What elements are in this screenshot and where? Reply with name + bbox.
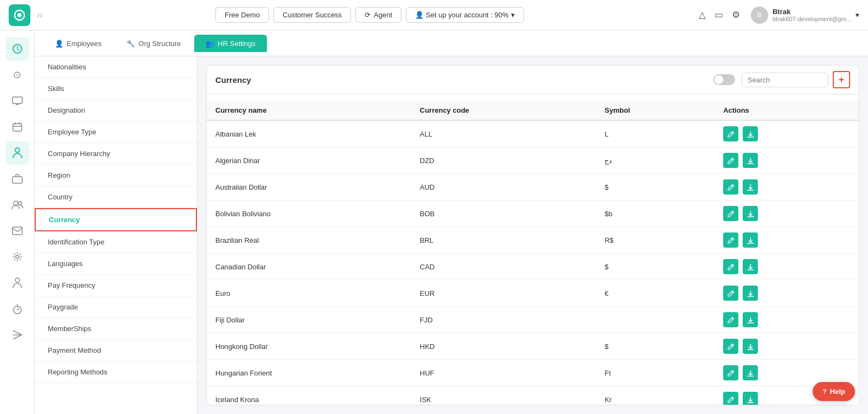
cell-currency-name: Hungarian Forient [207,360,411,386]
tab-org-structure[interactable]: 🔧 Org Structure [115,35,192,52]
cell-currency-code: FJD [411,307,596,333]
cell-symbol [596,307,714,333]
edit-icon[interactable] [723,286,738,301]
left-nav-item-identification-type[interactable]: Identification Type [35,231,197,253]
user-email: btrak607-development@gm... [773,16,851,22]
right-panel: Currency + Currency name Currency code S… [197,56,868,414]
sidebar-item-send[interactable] [5,323,29,347]
sidebar-item-person[interactable] [5,141,29,165]
setup-button[interactable]: 👤 Set up your account : 90% ▾ [406,7,524,23]
edit-icon[interactable] [723,365,738,380]
left-nav-item-languages[interactable]: Languages [35,253,197,275]
settings-icon[interactable]: ⚙ [732,9,740,21]
user-menu[interactable]: B Btrak btrak607-development@gm... ▾ [751,7,859,24]
table-row: Albanian Lek ALL L [207,120,859,147]
table-row: Iceland Krona ISK Kr [207,386,859,405]
agent-button[interactable]: ⟳ Agent [355,7,401,23]
left-nav-item-employee-type[interactable]: Employee Type [35,121,197,143]
panel-title: Currency [215,75,713,85]
logo-button[interactable] [9,4,30,26]
cell-symbol: € [596,280,714,307]
edit-icon[interactable] [723,206,738,221]
customer-success-button[interactable]: Customer Success [273,7,351,23]
left-nav-item-designation[interactable]: Designation [35,100,197,121]
download-icon[interactable] [743,126,758,141]
left-nav-item-skills[interactable]: Skills [35,78,197,100]
left-nav-item-currency[interactable]: Currency [35,208,197,231]
left-nav-item-memberships[interactable]: MemberShips [35,318,197,340]
table-row: Australian Dollar AUD $ [207,174,859,200]
cell-actions [714,227,859,254]
cell-currency-name: Bolivian Boliviano [207,200,411,227]
cell-currency-name: Albanian Lek [207,120,411,147]
edit-icon[interactable] [723,312,738,327]
content-area: Nationalities Skills Designation Employe… [35,56,868,414]
cell-symbol: Kr [596,386,714,405]
cell-currency-code: ALL [411,120,596,147]
tab-employees[interactable]: 👤 Employees [43,35,113,52]
edit-icon[interactable] [723,126,738,141]
edit-icon[interactable] [723,179,738,195]
sidebar-item-circle[interactable]: ⊙ [5,63,29,87]
left-nav-item-paygrade[interactable]: Paygrade [35,296,197,318]
edit-icon[interactable] [723,339,738,354]
svg-rect-5 [13,124,22,131]
cell-currency-name: Australian Dollar [207,174,411,200]
currency-table-container: Currency name Currency code Symbol Actio… [207,101,859,405]
free-demo-button[interactable]: Free Demo [215,7,269,23]
search-input[interactable] [742,73,828,87]
cell-actions [714,307,859,333]
download-icon[interactable] [743,365,758,380]
help-button[interactable]: ? Help [813,382,855,401]
left-nav-item-pay-frequency[interactable]: Pay Frequency [35,275,197,296]
svg-point-9 [15,148,20,152]
edit-icon[interactable] [723,392,738,405]
left-nav-item-reporting-methods[interactable]: Reporting Methods [35,361,197,383]
download-icon[interactable] [743,206,758,221]
download-icon[interactable] [743,286,758,301]
col-currency-code: Currency code [411,101,596,120]
topbar: ›› Free Demo Customer Success ⟳ Agent 👤 … [0,0,868,30]
cell-symbol: $ [596,333,714,360]
user-name: Btrak [773,8,851,16]
cell-actions [714,120,859,147]
toggle-switch[interactable] [713,74,735,85]
download-icon[interactable] [743,153,758,168]
add-currency-button[interactable]: + [833,71,850,88]
download-icon[interactable] [743,312,758,327]
download-icon[interactable] [743,259,758,274]
alert-icon[interactable]: △ [699,9,706,21]
col-actions: Actions [714,101,859,120]
left-nav-item-region[interactable]: Region [35,165,197,186]
download-icon[interactable] [743,232,758,248]
left-nav-item-country[interactable]: Country [35,186,197,208]
sidebar-item-settings[interactable] [5,245,29,269]
cell-currency-code: HUF [411,360,596,386]
tab-hr-settings[interactable]: 👥 HR Settings [194,35,266,52]
sidebar-item-profile2[interactable] [5,271,29,295]
table-row: Algerian Dinar DZD دج [207,147,859,174]
left-nav-item-company-hierarchy[interactable]: Company Hierarchy [35,143,197,165]
download-icon[interactable] [743,339,758,354]
sidebar-item-calendar[interactable] [5,115,29,139]
download-icon[interactable] [743,392,758,405]
sidebar-item-briefcase[interactable] [5,167,29,191]
sidebar-item-clock[interactable] [5,37,29,61]
topbar-center: Free Demo Customer Success ⟳ Agent 👤 Set… [54,7,686,23]
sidebar-item-group[interactable] [5,193,29,217]
download-icon[interactable] [743,179,758,195]
cell-symbol: L [596,120,714,147]
left-nav-item-nationalities[interactable]: Nationalities [35,56,197,78]
edit-icon[interactable] [723,259,738,274]
table-row: Hungarian Forient HUF Ft [207,360,859,386]
sidebar-item-timer[interactable] [5,297,29,321]
edit-icon[interactable] [723,153,738,168]
cell-currency-name: Iceland Krona [207,386,411,405]
sidebar-item-tv[interactable] [5,89,29,113]
sidebar-item-mail[interactable] [5,219,29,243]
edit-icon[interactable] [723,232,738,248]
cell-actions [714,174,859,200]
document-icon[interactable]: ▭ [714,9,723,21]
left-nav-item-payment-method[interactable]: Payment Method [35,340,197,361]
help-icon: ? [822,387,827,396]
